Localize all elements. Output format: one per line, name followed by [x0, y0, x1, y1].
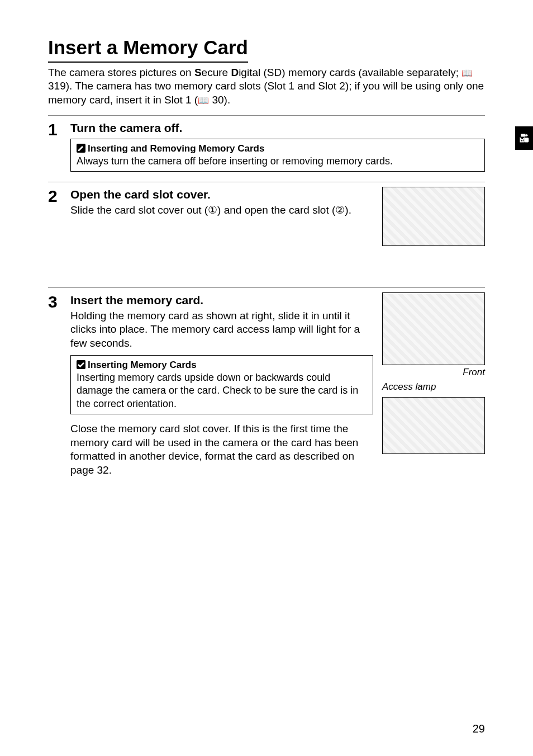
steps-list: 1 Turn the camera off. Inserting and Rem…	[48, 115, 485, 489]
page-number: 29	[473, 721, 485, 736]
step-body-text: Holding the memory card as shown at righ…	[70, 309, 373, 351]
circled-2: ②	[335, 204, 345, 216]
callout-title-text: Inserting and Removing Memory Cards	[88, 143, 264, 154]
step-title: Open the card slot cover.	[70, 187, 373, 202]
intro-text: 30).	[209, 94, 230, 106]
page-ref-icon: 📖	[461, 68, 473, 78]
page-title: Insert a Memory Card	[48, 35, 248, 63]
page-ref-icon: 📖	[198, 96, 209, 105]
svg-rect-1	[77, 360, 85, 369]
intro-text: igital (SD) memory cards (available sepa…	[239, 67, 461, 78]
text: ) and open the card slot (	[217, 204, 335, 216]
step-number: 1	[48, 120, 70, 174]
illustration-insert-card	[382, 292, 485, 365]
step-title: Turn the camera off.	[70, 120, 485, 135]
step-body-text: Slide the card slot cover out (①) and op…	[70, 204, 373, 218]
step-number: 2	[48, 187, 70, 205]
illustration-open-cover	[382, 187, 485, 246]
step-3: 3 Insert the memory card. Holding the me…	[48, 287, 485, 488]
step-1: 1 Turn the camera off. Inserting and Rem…	[48, 115, 485, 182]
intro-bold-d: D	[231, 67, 239, 78]
pencil-icon	[77, 144, 85, 153]
step-body-text: Close the memory card slot cover. If thi…	[70, 422, 373, 478]
callout-title-text: Inserting Memory Cards	[88, 360, 197, 370]
svg-rect-2	[525, 138, 529, 142]
illustration-close-cover	[382, 397, 485, 454]
step-title: Insert the memory card.	[70, 292, 373, 308]
callout-title: Inserting and Removing Memory Cards	[77, 143, 479, 155]
step-number: 3	[48, 292, 70, 477]
callout-body: Inserting memory cards upside down or ba…	[77, 371, 367, 410]
intro-paragraph: The camera stores pictures on Secure Dig…	[48, 66, 485, 107]
check-icon	[77, 360, 85, 369]
circled-1: ①	[208, 204, 217, 216]
warning-callout: Inserting Memory Cards Inserting memory …	[70, 355, 373, 414]
text: Slide the card slot cover out (	[70, 204, 208, 216]
callout-title: Inserting Memory Cards	[77, 359, 367, 371]
intro-bold-s: S	[194, 67, 202, 78]
caption-front: Front	[382, 366, 485, 379]
callout-body: Always turn the camera off before insert…	[77, 155, 479, 168]
caption-access-lamp: Access lamp	[382, 381, 485, 393]
text: ).	[345, 204, 351, 216]
intro-text: 319). The camera has two memory card slo…	[48, 80, 484, 106]
intro-text: The camera stores pictures on	[48, 67, 194, 78]
intro-text: ecure	[202, 67, 231, 78]
step-2: 2 Open the card slot cover. Slide the ca…	[48, 182, 485, 287]
note-callout: Inserting and Removing Memory Cards Alwa…	[70, 139, 485, 172]
section-tab-icon	[515, 126, 533, 150]
